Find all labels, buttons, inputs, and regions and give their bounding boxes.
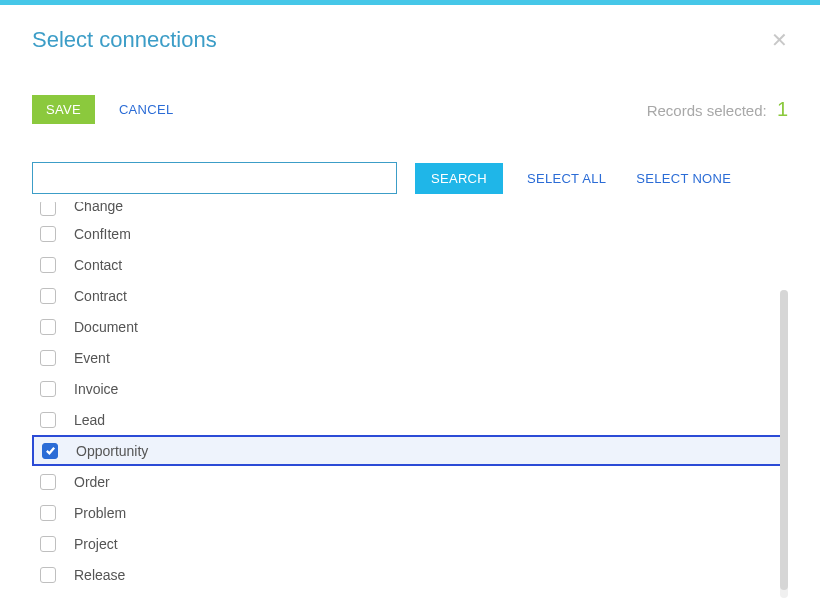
- checkbox[interactable]: [40, 226, 56, 242]
- checkbox[interactable]: [40, 474, 56, 490]
- list-item[interactable]: Problem: [32, 497, 784, 528]
- checkbox[interactable]: [40, 412, 56, 428]
- search-input[interactable]: [32, 162, 397, 194]
- cancel-button[interactable]: CANCEL: [113, 101, 180, 118]
- dialog-title: Select connections: [32, 27, 217, 53]
- checkbox[interactable]: [40, 536, 56, 552]
- list-item[interactable]: Document: [32, 311, 784, 342]
- checkbox[interactable]: [40, 505, 56, 521]
- checkbox[interactable]: [40, 319, 56, 335]
- select-none-button[interactable]: SELECT NONE: [630, 171, 737, 186]
- list-item-label: Invoice: [74, 381, 118, 397]
- list-item-label: Order: [74, 474, 110, 490]
- scrollbar-thumb[interactable]: [780, 290, 788, 590]
- checkbox[interactable]: [40, 381, 56, 397]
- list-item-label: Document: [74, 319, 138, 335]
- checkbox[interactable]: [40, 202, 56, 216]
- checkbox[interactable]: [40, 288, 56, 304]
- checkbox[interactable]: [42, 443, 58, 459]
- list-item[interactable]: Contact: [32, 249, 784, 280]
- select-all-button[interactable]: SELECT ALL: [521, 171, 612, 186]
- list-item-label: Event: [74, 350, 110, 366]
- list-item-label: Change: [74, 202, 123, 214]
- search-button[interactable]: SEARCH: [415, 163, 503, 194]
- checkbox[interactable]: [40, 257, 56, 273]
- list-item[interactable]: Event: [32, 342, 784, 373]
- list-item-label: Contract: [74, 288, 127, 304]
- list-item[interactable]: ConfItem: [32, 218, 784, 249]
- list-item[interactable]: Release: [32, 559, 784, 590]
- list-item[interactable]: Lead: [32, 404, 784, 435]
- list-item-label: Project: [74, 536, 118, 552]
- list-item-label: Contact: [74, 257, 122, 273]
- list-item-label: Release: [74, 567, 125, 583]
- top-border: [0, 0, 820, 5]
- save-button[interactable]: SAVE: [32, 95, 95, 124]
- list-item-label: Problem: [74, 505, 126, 521]
- list-item[interactable]: Change: [32, 202, 784, 218]
- checkbox[interactable]: [40, 567, 56, 583]
- list-item[interactable]: Opportunity: [32, 435, 784, 466]
- records-selected-count: 1: [777, 98, 788, 120]
- checkbox[interactable]: [40, 350, 56, 366]
- list-item[interactable]: Invoice: [32, 373, 784, 404]
- list-item[interactable]: Contract: [32, 280, 784, 311]
- list-item-label: Lead: [74, 412, 105, 428]
- records-selected-label: Records selected: 1: [647, 98, 788, 121]
- close-icon[interactable]: ✕: [771, 30, 788, 50]
- list-item-label: ConfItem: [74, 226, 131, 242]
- list-item[interactable]: Order: [32, 466, 784, 497]
- list-item[interactable]: Project: [32, 528, 784, 559]
- list-item-label: Opportunity: [76, 443, 148, 459]
